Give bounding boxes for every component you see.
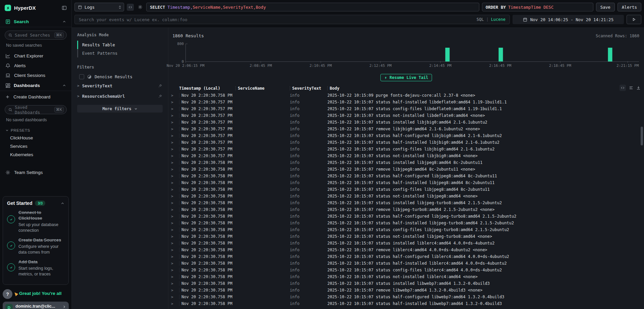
expand-row-icon[interactable]: > — [171, 161, 179, 165]
table-row[interactable]: >Nov 20 2:20:30.758 PMinfo2025-10-22 10:… — [171, 240, 644, 247]
chart-bar[interactable] — [445, 48, 449, 61]
expand-row-icon[interactable]: > — [171, 147, 179, 151]
filter-group-severitytext[interactable]: >SeverityText — [74, 81, 165, 91]
expand-row-icon[interactable]: > — [171, 194, 179, 198]
expand-row-icon[interactable]: > — [171, 255, 179, 259]
sidebar-item-dashboards[interactable]: Dashboards — [0, 80, 71, 91]
table-row[interactable]: >Nov 20 2:20:30.758 PMinfo2025-10-22 10:… — [171, 247, 644, 253]
sidebar-item-team-settings[interactable]: Team Settings — [0, 168, 71, 177]
table-row[interactable]: >Nov 20 2:20:30.758 PMinfo2025-10-22 10:… — [171, 226, 644, 233]
checkbox[interactable] — [79, 74, 84, 79]
expand-row-icon[interactable]: > — [171, 174, 179, 178]
create-dashboard-button[interactable]: Create Dashboard — [0, 91, 71, 102]
expand-row-icon[interactable]: > — [171, 208, 179, 212]
alerts-button[interactable]: Alerts — [618, 3, 641, 11]
expand-row-icon[interactable]: > — [171, 140, 179, 145]
expand-row-icon[interactable]: > — [171, 127, 179, 131]
table-row[interactable]: >Nov 20 2:20:30.757 PMinfo2025-10-22 10:… — [171, 99, 644, 105]
expand-row-icon[interactable]: > — [171, 288, 179, 293]
presets-toggle[interactable]: PRESETS — [0, 126, 71, 134]
expand-row-icon[interactable]: > — [171, 214, 179, 219]
table-row[interactable]: >Nov 20 2:20:30.758 PMinfo2025-10-22 10:… — [171, 294, 644, 300]
expand-row-icon[interactable]: > — [171, 248, 179, 252]
expand-row-icon[interactable]: > — [171, 154, 179, 158]
expand-row-icon[interactable]: > — [171, 241, 179, 246]
pin-icon[interactable] — [158, 84, 162, 88]
expand-row-icon[interactable]: > — [171, 261, 179, 266]
preset-clickhouse[interactable]: ClickHouse — [0, 134, 71, 142]
table-row[interactable]: >Nov 20 2:20:30.758 PMinfo2025-10-22 10:… — [171, 213, 644, 220]
chevron-up-icon[interactable] — [61, 202, 64, 205]
table-row[interactable]: >Nov 20 2:20:30.757 PMinfo2025-10-22 10:… — [171, 112, 644, 119]
table-row[interactable]: >Nov 20 2:20:30.757 PMinfo2025-10-22 10:… — [171, 146, 644, 152]
table-row[interactable]: >Nov 20 2:20:30.758 PMinfo2025-10-22 10:… — [171, 173, 644, 179]
table-row[interactable]: >Nov 20 2:20:30.758 PMinfo2025-10-22 10:… — [171, 186, 644, 193]
resume-live-tail-button[interactable]: Resume Live Tail — [380, 74, 432, 81]
filter-group-resourceschemaurl[interactable]: >ResourceSchemaUrl — [74, 91, 165, 101]
column-header-severitytext[interactable]: SeverityText — [290, 86, 327, 91]
run-query-button[interactable] — [627, 15, 641, 24]
expand-row-icon[interactable]: > — [171, 187, 179, 192]
table-row[interactable]: >Nov 20 2:20:30.758 PMinfo2025-10-22 10:… — [171, 179, 644, 186]
expand-row-icon[interactable]: > — [171, 275, 179, 279]
save-button[interactable]: Save — [596, 3, 615, 11]
column-header-servicename[interactable]: ServiceName — [235, 86, 290, 91]
table-row[interactable]: >Nov 20 2:20:30.758 PMinfo2025-10-22 10:… — [171, 220, 644, 226]
table-row[interactable]: >Nov 20 2:20:30.758 PMinfo2025-10-22 10:… — [171, 260, 644, 267]
chart-bar[interactable] — [498, 48, 503, 61]
source-select[interactable]: Logs — [74, 3, 124, 11]
table-row[interactable]: >Nov 20 2:20:30.758 PMinfo2025-10-22 10:… — [171, 193, 644, 200]
expand-row-icon[interactable]: > — [171, 120, 179, 125]
table-row[interactable]: >Nov 20 2:20:30.758 PMinfo2025-10-22 10:… — [171, 159, 644, 166]
table-row[interactable]: >Nov 20 2:20:30.758 PMinfo2025-10-22 10:… — [171, 287, 644, 294]
user-menu[interactable]: D dominic.tran@clic... dominic.tran@clic… — [3, 302, 69, 309]
expand-row-icon[interactable]: > — [171, 234, 179, 239]
event-search-input[interactable]: Search your events w/ Lucene ex. column:… — [74, 15, 510, 24]
denoise-results-checkbox[interactable]: Denoise Results — [74, 73, 165, 81]
expand-row-icon[interactable]: > — [171, 295, 179, 299]
chart-bar[interactable] — [608, 48, 612, 61]
language-toggle-sql[interactable]: SQL — [477, 17, 484, 22]
saved-dashboards-input[interactable]: Saved Dashboards ⌘K — [5, 105, 67, 114]
expand-row-icon[interactable]: > — [171, 228, 179, 232]
download-button[interactable] — [636, 86, 641, 90]
table-row[interactable]: >Nov 20 2:20:30.758 PMinfo2025-10-22 10:… — [171, 166, 644, 173]
column-header-body[interactable]: Body — [327, 86, 644, 91]
sidebar-item-chart-explorer[interactable]: Chart Explorer — [0, 51, 71, 61]
get-started-step[interactable]: Create Data SourcesConfigure where your … — [7, 237, 64, 255]
get-started-step[interactable]: Add DataStart sending logs, metrics, or … — [7, 259, 64, 277]
table-row[interactable]: >Nov 20 2:20:30.757 PMinfo2025-10-22 10:… — [171, 105, 644, 112]
order-by-input[interactable]: ORDER BY TimestampTime DESC — [482, 3, 593, 11]
expand-row-icon[interactable]: > — [171, 281, 179, 286]
row-density-button[interactable] — [629, 86, 633, 90]
table-row[interactable]: >Nov 20 2:20:30.758 PMinfo2025-10-22 10:… — [171, 280, 644, 287]
more-filters-button[interactable]: More filters — [77, 105, 163, 113]
table-row[interactable]: >Nov 20 2:20:30.758 PMinfo2025-10-22 10:… — [171, 300, 644, 307]
table-row[interactable]: >Nov 20 2:20:30.757 PMinfo2025-10-22 10:… — [171, 139, 644, 146]
preset-services[interactable]: Services — [0, 142, 71, 150]
expand-row-icon[interactable]: > — [171, 201, 179, 205]
expand-row-icon[interactable]: > — [171, 114, 179, 118]
expand-row-icon[interactable]: > — [171, 93, 179, 98]
expand-row-icon[interactable]: > — [171, 100, 179, 104]
help-button[interactable]: ? — [3, 289, 12, 299]
table-row[interactable]: >Nov 20 2:20:30.758 PMinfo2025-10-22 10:… — [171, 233, 644, 240]
get-started-step[interactable]: Connect to ClickHouseSet up your databas… — [7, 210, 64, 233]
table-row[interactable]: >Nov 20 2:20:30.757 PMinfo2025-10-22 10:… — [171, 119, 644, 126]
get-started-header[interactable]: Get Started 3/3 — [7, 201, 64, 206]
table-row[interactable]: >Nov 20 2:20:30.757 PMinfo2025-10-22 10:… — [171, 126, 644, 132]
saved-searches-input[interactable]: Saved Searches ⌘K — [5, 31, 67, 40]
analysis-mode-results-table[interactable]: Results Table — [77, 41, 165, 49]
scrollbar-thumb[interactable] — [641, 127, 643, 145]
table-row[interactable]: >Nov 20 2:20:30.757 PMinfo2025-10-22 10:… — [171, 132, 644, 139]
table-row[interactable]: >Nov 20 2:20:30.758 PMinfo2025-10-22 10:… — [171, 267, 644, 273]
chevron-up-icon[interactable] — [62, 20, 66, 24]
sidebar-item-alerts[interactable]: Alerts — [0, 61, 71, 71]
table-row[interactable]: >Nov 20 2:20:30.758 PMinfo2025-10-22 10:… — [171, 273, 644, 280]
expand-row-icon[interactable]: > — [171, 268, 179, 272]
table-row[interactable]: >Nov 20 2:20:30.758 PMinfo2025-10-22 10:… — [171, 200, 644, 206]
table-row[interactable]: >Nov 20 2:20:30.758 PMinfo2025-10-22 10:… — [171, 253, 644, 260]
date-range-picker[interactable]: Nov 20 14:06:25 - Nov 20 14:21:25 — [513, 15, 624, 24]
expand-row-icon[interactable]: > — [171, 221, 179, 225]
code-view-button[interactable] — [127, 4, 134, 11]
